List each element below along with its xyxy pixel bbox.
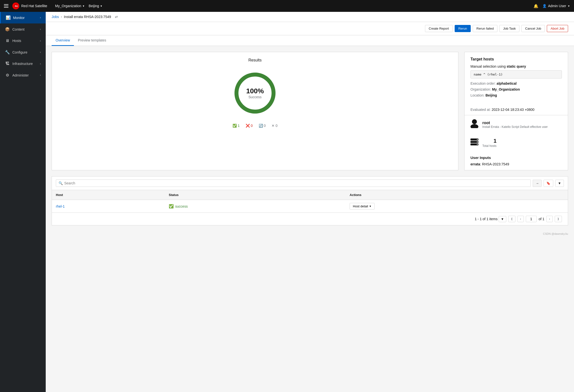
breadcrumb-separator: › bbox=[61, 15, 62, 19]
logo: RH Red Hat Satellite bbox=[12, 2, 47, 9]
user-menu[interactable]: 👤 Admin User ▼ bbox=[542, 4, 570, 8]
org-caret-icon: ▼ bbox=[82, 5, 85, 7]
cancel-job-button[interactable]: Cancel Job bbox=[521, 25, 545, 32]
running-count: 0 bbox=[264, 124, 266, 128]
errata-colon: : bbox=[480, 162, 482, 166]
error-count: 0 bbox=[251, 124, 253, 128]
sidebar-item-hosts[interactable]: 🖥 Hosts › bbox=[0, 35, 46, 46]
redhat-logo: RH bbox=[12, 2, 19, 9]
sidebar-item-configure[interactable]: 🔧 Configure › bbox=[0, 46, 46, 58]
pagination-info: 1 - 1 of 1 items ▼ bbox=[475, 216, 506, 222]
main-content: Jobs › Install errata RHSA-2023:7549 ⇄ C… bbox=[46, 12, 574, 392]
stat-running: 🔄 0 bbox=[259, 124, 266, 128]
create-report-button[interactable]: Create Report bbox=[425, 25, 453, 32]
tab-preview-templates[interactable]: Preview templates bbox=[74, 35, 110, 46]
job-task-button[interactable]: Job Task bbox=[499, 25, 519, 32]
status-cell: ✅ success bbox=[165, 200, 346, 213]
bookmark-button[interactable]: 🔖 bbox=[544, 180, 553, 187]
page-number-input[interactable]: 1 bbox=[526, 216, 537, 222]
status-success-icon: ✅ bbox=[169, 204, 174, 209]
notifications-bell[interactable]: 🔔 bbox=[533, 4, 538, 8]
first-page-button[interactable]: ⟪ bbox=[508, 216, 515, 222]
search-bar: 🔍 → 🔖 ▼ bbox=[52, 176, 568, 190]
host-detail-button[interactable]: Host detail ▼ bbox=[350, 203, 375, 210]
evaluated-section: Evaluated at: 2023-12-04 18:23:43 +0800 bbox=[464, 104, 568, 115]
host-link[interactable]: rhel-1 bbox=[56, 204, 65, 208]
breadcrumb-swap-icon[interactable]: ⇄ bbox=[115, 15, 118, 19]
user-name: root bbox=[482, 121, 548, 125]
stat-error: ❌ 0 bbox=[246, 124, 253, 128]
monitor-icon: 📊 bbox=[6, 15, 11, 20]
tabs-bar: Overview Preview templates bbox=[46, 35, 574, 46]
status-label: success bbox=[175, 204, 188, 208]
sidebar-item-infrastructure[interactable]: 🏗 Infrastructure › bbox=[0, 58, 46, 69]
breadcrumb-jobs-link[interactable]: Jobs bbox=[52, 15, 59, 19]
host-detail-label: Host detail bbox=[353, 204, 368, 208]
content-icon: 📦 bbox=[5, 27, 10, 32]
svg-rect-9 bbox=[477, 139, 478, 140]
next-page-button[interactable]: › bbox=[546, 216, 553, 222]
execution-order-label: Execution order: bbox=[470, 81, 496, 85]
target-hosts-section: Target hosts Manual selection using stat… bbox=[464, 52, 568, 104]
tab-overview[interactable]: Overview bbox=[52, 35, 74, 46]
location-row: Location: Beijing bbox=[470, 93, 562, 97]
rerun-button[interactable]: Rerun bbox=[455, 25, 471, 32]
manual-selection-row: Manual selection using static query bbox=[470, 64, 562, 68]
administer-icon: ⚙ bbox=[5, 73, 10, 78]
info-panel: Target hosts Manual selection using stat… bbox=[464, 52, 568, 170]
pagination-bar: 1 - 1 of 1 items ▼ ⟪ ‹ 1 of 1 › ⟫ bbox=[52, 213, 568, 225]
prev-page-button[interactable]: ‹ bbox=[517, 216, 524, 222]
search-input[interactable] bbox=[64, 181, 528, 185]
sidebar: 📊 Monitor › 📦 Content › 🖥 Hosts › 🔧 Conf… bbox=[0, 12, 46, 392]
col-status: Status bbox=[165, 190, 346, 200]
rerun-failed-button[interactable]: Rerun failed bbox=[473, 25, 497, 32]
overview-content: Results 100% Success bbox=[46, 46, 574, 176]
search-input-wrap[interactable]: 🔍 bbox=[56, 179, 531, 187]
infrastructure-icon: 🏗 bbox=[5, 61, 10, 66]
hamburger-menu[interactable] bbox=[4, 4, 8, 8]
user-icon: 👤 bbox=[542, 4, 547, 8]
table-area: 🔍 → 🔖 ▼ Host Status Actions bbox=[52, 176, 568, 225]
server-icon bbox=[470, 138, 478, 147]
sidebar-item-administer[interactable]: ⚙ Administer › bbox=[0, 69, 46, 81]
donut-percent: 100% bbox=[246, 87, 264, 95]
success-count: 1 bbox=[238, 124, 240, 128]
credit-text: CSDN @dawnsky.liu bbox=[46, 231, 574, 237]
org-selector[interactable]: My_Organization ▼ bbox=[55, 4, 85, 8]
configure-chevron-icon: › bbox=[40, 51, 41, 54]
sidebar-item-content[interactable]: 📦 Content › bbox=[0, 23, 46, 35]
donut-center: 100% Success bbox=[246, 87, 264, 99]
filter-dropdown-button[interactable]: ▼ bbox=[555, 180, 564, 187]
target-hosts-title: Target hosts bbox=[470, 57, 562, 61]
table-row: rhel-1 ✅ success Host detail ▼ bbox=[52, 200, 568, 213]
location-selector[interactable]: Beijing ▼ bbox=[89, 4, 103, 8]
search-submit-button[interactable]: → bbox=[533, 180, 541, 187]
svg-rect-11 bbox=[477, 144, 478, 145]
evaluated-label: Evaluated at: bbox=[470, 108, 491, 112]
execution-order-value: alphabetical bbox=[497, 81, 517, 85]
col-host: Host bbox=[52, 190, 165, 200]
manual-label: Manual selection using bbox=[470, 64, 506, 68]
actions-cell: Host detail ▼ bbox=[346, 200, 568, 213]
host-count-value: 1 bbox=[493, 138, 496, 144]
results-table: Host Status Actions rhel-1 ✅ success bbox=[52, 190, 568, 213]
organization-label: Organization: bbox=[470, 87, 491, 91]
canceled-icon: ✕ bbox=[272, 124, 275, 128]
abort-job-button[interactable]: Abort Job bbox=[547, 25, 568, 32]
errata-value: RHSA-2023:7549 bbox=[482, 162, 509, 166]
stat-canceled: ✕ 0 bbox=[272, 124, 277, 128]
items-per-page-dropdown[interactable]: ▼ bbox=[499, 216, 506, 222]
configure-icon: 🔧 bbox=[5, 50, 10, 55]
status-success: ✅ success bbox=[169, 204, 342, 209]
results-panel: Results 100% Success bbox=[52, 52, 458, 170]
sidebar-item-monitor[interactable]: 📊 Monitor › bbox=[0, 12, 46, 23]
running-icon: 🔄 bbox=[259, 124, 263, 128]
host-count-section: 1 Total hosts bbox=[464, 134, 568, 152]
host-count-info: 1 Total hosts bbox=[482, 138, 496, 148]
error-icon: ❌ bbox=[246, 124, 250, 128]
app-title: Red Hat Satellite bbox=[21, 4, 47, 8]
items-dropdown-caret: ▼ bbox=[501, 217, 504, 221]
last-page-button[interactable]: ⟫ bbox=[555, 216, 562, 222]
organization-row: Organization: My_Organization bbox=[470, 87, 562, 91]
action-bar: Create Report Rerun Rerun failed Job Tas… bbox=[46, 22, 574, 35]
